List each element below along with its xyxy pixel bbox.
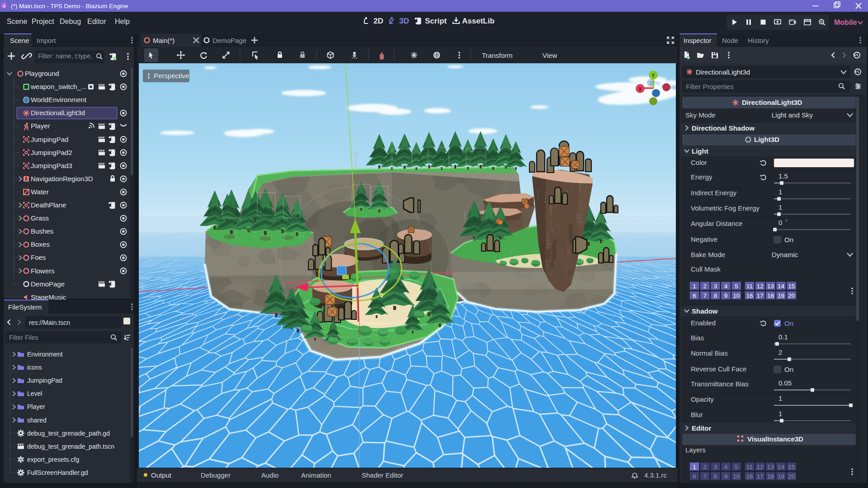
svg-text:14: 14 [778,464,785,470]
svg-text:15: 15 [788,283,795,290]
svg-text:AssetLib: AssetLib [462,17,495,25]
svg-text:Transform: Transform [482,52,513,59]
svg-text:Reverse Cull Face: Reverse Cull Face [691,365,746,373]
svg-text:3: 3 [714,283,717,290]
svg-text:Player: Player [31,122,50,130]
svg-text:2: 2 [778,348,782,356]
svg-text:Bias: Bias [691,334,704,342]
svg-text:20: 20 [788,292,795,299]
svg-text:JumpingPad: JumpingPad [27,377,62,384]
svg-text:6: 6 [693,473,696,480]
svg-text:Light and Sky: Light and Sky [772,111,813,119]
svg-text:Bake Mode: Bake Mode [691,251,725,258]
svg-text:8: 8 [714,292,717,299]
svg-text:DeathPlane: DeathPlane [31,201,66,209]
svg-text:12: 12 [757,283,764,290]
svg-text:NavigationRegion3D: NavigationRegion3D [31,175,93,183]
svg-text:Environment: Environment [27,351,63,358]
svg-text:18: 18 [767,292,774,299]
svg-text:Color: Color [691,159,707,166]
svg-text:View: View [542,52,557,59]
svg-text:0: 0 [778,219,782,226]
svg-text:3D: 3D [399,17,409,25]
svg-text:History: History [748,37,769,44]
svg-text:20: 20 [788,473,795,480]
svg-text:16: 16 [746,292,753,299]
svg-text:Light: Light [692,147,708,155]
svg-text:Filter Files: Filter Files [9,334,38,341]
svg-text:0.1: 0.1 [778,333,788,341]
svg-text:13: 13 [767,283,774,290]
svg-text:DirectionalLight3D: DirectionalLight3D [742,99,802,106]
svg-text:Script: Script [425,17,447,25]
svg-text:1: 1 [778,410,782,418]
svg-text:DirectionalLight3d: DirectionalLight3d [31,109,85,117]
svg-text:1: 1 [778,203,782,211]
svg-text:4: 4 [724,464,728,470]
svg-text:Enabled: Enabled [691,319,716,327]
svg-text:Editor: Editor [692,424,711,432]
svg-text:Editor: Editor [87,18,106,25]
svg-text:12: 12 [757,464,764,470]
svg-text:JumpingPad: JumpingPad [31,136,68,143]
svg-text:°: ° [785,218,788,225]
svg-text:0.05: 0.05 [778,379,792,387]
svg-text:DemoPage: DemoPage [212,37,246,44]
svg-text:weapon_switch_...: weapon_switch_... [30,83,86,90]
svg-text:Main(*): Main(*) [153,37,175,44]
svg-text:Scene: Scene [7,18,27,25]
svg-text:Water: Water [31,188,48,196]
svg-text:Dynamic: Dynamic [772,251,798,258]
svg-text:1: 1 [693,283,696,290]
svg-text:Angular Distance: Angular Distance [691,220,742,227]
svg-text:On: On [784,236,793,244]
svg-text:10: 10 [733,292,740,299]
svg-text:11: 11 [746,283,753,290]
svg-text:JumpingPad3: JumpingPad3 [31,162,72,169]
svg-text:Volumetric Fog Energy: Volumetric Fog Energy [691,204,760,212]
svg-text:Transmittance Bias: Transmittance Bias [691,380,749,388]
svg-text:VisualInstance3D: VisualInstance3D [747,435,803,443]
svg-text:5: 5 [735,283,738,290]
svg-text:7: 7 [703,473,707,480]
svg-text:Opacity: Opacity [691,395,714,403]
svg-text:Negative: Negative [691,235,717,243]
svg-text:16: 16 [746,473,753,480]
svg-text:Layers: Layers [685,446,706,454]
svg-text:Flowers: Flowers [31,267,55,275]
svg-text:Scene: Scene [10,37,29,44]
svg-text:Animation: Animation [301,471,331,479]
svg-text:res://Main.tscn: res://Main.tscn [29,319,70,326]
svg-text:1: 1 [778,188,782,196]
svg-text:Energy: Energy [691,173,712,181]
svg-text:Normal Bias: Normal Bias [691,349,728,357]
svg-text:Output: Output [151,471,172,479]
svg-text:13: 13 [767,464,774,470]
svg-text:DemoPage: DemoPage [31,280,65,288]
svg-text:debug_test_grenade_path.gd: debug_test_grenade_path.gd [27,430,110,437]
svg-text:Filter: name, t:type,: Filter: name, t:type, [38,52,92,60]
svg-text:5: 5 [735,464,738,470]
svg-text:Perspective: Perspective [154,72,189,80]
svg-text:On: On [784,319,793,327]
svg-text:WorldEnvironment: WorldEnvironment [31,96,87,103]
svg-text:15: 15 [788,464,795,470]
svg-text:On: On [784,366,793,373]
svg-text:Indirect Energy: Indirect Energy [691,189,736,197]
svg-text:2: 2 [703,283,707,290]
svg-text:Audio: Audio [261,471,278,479]
svg-text:11: 11 [746,464,753,470]
svg-text:Shadow: Shadow [692,307,718,315]
svg-text:debug_test_grenade_path.tscn: debug_test_grenade_path.tscn [27,443,114,450]
svg-text:Sky Mode: Sky Mode [685,111,716,119]
svg-text:shared: shared [27,417,47,424]
svg-text:Boxes: Boxes [31,240,50,248]
svg-text:FullScreenHandler.gd: FullScreenHandler.gd [27,469,88,476]
svg-text:4: 4 [724,283,728,290]
svg-text:Import: Import [37,37,56,44]
svg-text:DirectionalLight3d: DirectionalLight3d [696,68,750,76]
svg-text:1: 1 [693,464,696,470]
svg-text:icons: icons [27,364,42,371]
svg-text:6: 6 [693,292,696,299]
svg-text:Player: Player [27,403,45,410]
